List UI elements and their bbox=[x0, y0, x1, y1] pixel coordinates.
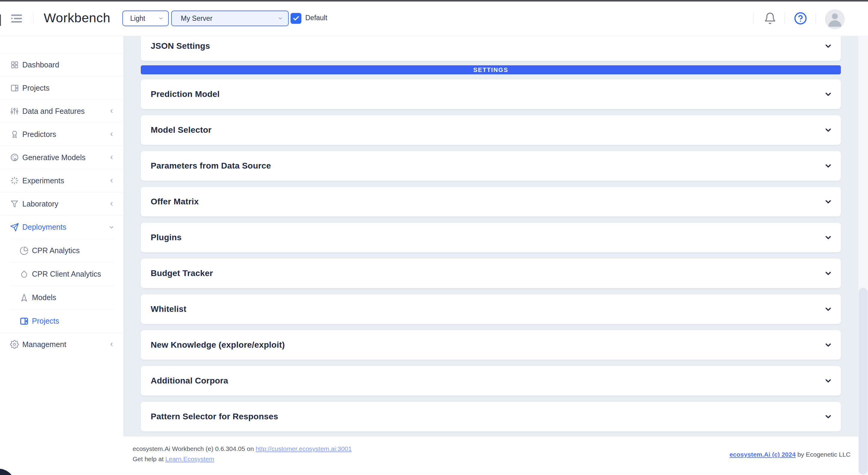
sidebar-item-label: Projects bbox=[32, 317, 59, 326]
vertical-scrollbar-track[interactable] bbox=[858, 36, 868, 475]
chevron-left-icon bbox=[108, 177, 115, 184]
section-offer-matrix[interactable]: Offer Matrix bbox=[141, 187, 841, 216]
chevron-left-icon bbox=[108, 108, 115, 114]
section-title: Prediction Model bbox=[151, 90, 220, 99]
theme-select[interactable]: Light bbox=[122, 10, 169, 26]
sidebar-item-generative-models[interactable]: Generative Models bbox=[0, 146, 123, 169]
chevron-down-icon[interactable] bbox=[824, 376, 833, 385]
person-icon bbox=[825, 9, 845, 29]
footer-version-line: ecosystem.Ai Workbench (e) 0.6.304.05 on… bbox=[133, 444, 352, 454]
section-title: JSON Settings bbox=[151, 41, 210, 51]
panel-icon bbox=[19, 316, 30, 327]
header-divider bbox=[753, 13, 753, 24]
chevron-down-icon[interactable] bbox=[824, 340, 833, 349]
server-select[interactable]: My Server bbox=[171, 10, 289, 26]
section-plugins[interactable]: Plugins bbox=[141, 223, 841, 252]
section-pattern-selector-for-responses[interactable]: Pattern Selector for Responses bbox=[141, 402, 841, 431]
loader-icon bbox=[9, 175, 20, 186]
help-button[interactable] bbox=[794, 11, 807, 25]
section-title: Offer Matrix bbox=[151, 197, 199, 206]
footer-copyright-link[interactable]: ecosystem.Ai (c) 2024 bbox=[730, 451, 795, 458]
chevron-down-icon[interactable] bbox=[824, 233, 833, 242]
chevron-down-icon[interactable] bbox=[824, 126, 833, 135]
sidebar-nav: Dashboard Projects Data and Features bbox=[0, 53, 123, 356]
section-model-selector[interactable]: Model Selector bbox=[141, 115, 841, 145]
sidebar-item-laboratory[interactable]: Laboratory bbox=[0, 192, 123, 215]
workbench-app: Workbench Light My Server Default bbox=[0, 0, 868, 475]
app-title: Workbench bbox=[44, 10, 110, 25]
sidebar-subitem-cpr-analytics[interactable]: CPR Analytics bbox=[10, 239, 114, 262]
funnel-icon bbox=[9, 198, 20, 209]
default-checkbox[interactable] bbox=[290, 13, 301, 24]
sidebar-item-data-and-features[interactable]: Data and Features bbox=[0, 100, 123, 123]
section-prediction-model[interactable]: Prediction Model bbox=[141, 79, 841, 109]
section-title: Plugins bbox=[151, 233, 182, 242]
theme-select-value: Light bbox=[130, 14, 145, 23]
header-divider bbox=[784, 13, 785, 24]
sidebar-item-label: Predictors bbox=[22, 130, 56, 139]
section-title: Pattern Selector for Responses bbox=[151, 412, 278, 421]
sidebar-subitem-projects[interactable]: Projects bbox=[10, 309, 114, 333]
footer-info: ecosystem.Ai Workbench (e) 0.6.304.05 on… bbox=[133, 444, 352, 464]
sidebar-item-label: Data and Features bbox=[22, 107, 85, 115]
section-parameters-from-data-source[interactable]: Parameters from Data Source bbox=[141, 151, 841, 181]
paper-plane-icon bbox=[9, 222, 20, 233]
chevron-left-icon bbox=[108, 341, 115, 348]
section-whitelist[interactable]: Whitelist bbox=[141, 294, 841, 324]
notifications-button[interactable] bbox=[763, 11, 777, 25]
chevron-down-icon[interactable] bbox=[824, 161, 833, 170]
sidebar-item-projects[interactable]: Projects bbox=[0, 76, 123, 100]
section-title: Parameters from Data Source bbox=[151, 161, 271, 171]
sidebar-subitem-cpr-client-analytics[interactable]: CPR Client Analytics bbox=[10, 262, 114, 286]
chevron-down-icon[interactable] bbox=[824, 41, 833, 50]
footer-server-link[interactable]: http://customer.ecosystem.ai:3001 bbox=[255, 445, 352, 452]
navigation-arrow-icon bbox=[19, 292, 30, 303]
sidebar: Dashboard Projects Data and Features bbox=[0, 36, 123, 475]
footer-help-link[interactable]: Learn.Ecosystem bbox=[165, 455, 214, 462]
settings-banner: SETTINGS bbox=[141, 65, 841, 74]
sidebar-item-label: Deployments bbox=[22, 223, 66, 232]
chevron-down-icon[interactable] bbox=[824, 90, 833, 99]
section-json-settings[interactable]: JSON Settings bbox=[141, 36, 841, 61]
sidebar-item-label: Projects bbox=[22, 84, 50, 93]
footer-help-text: Get help at bbox=[133, 455, 165, 462]
chevron-down-icon[interactable] bbox=[824, 412, 833, 421]
sidebar-subitem-models[interactable]: Models bbox=[10, 286, 114, 309]
panel-icon bbox=[9, 82, 20, 93]
sidebar-item-experiments[interactable]: Experiments bbox=[0, 169, 123, 192]
chevron-down-icon bbox=[277, 15, 283, 21]
chevron-down-icon[interactable] bbox=[824, 197, 833, 206]
hamburger-menu-icon[interactable] bbox=[11, 14, 22, 23]
sidebar-item-label: CPR Analytics bbox=[32, 246, 80, 255]
header-divider bbox=[33, 13, 33, 24]
default-checkbox-label[interactable]: Default bbox=[305, 14, 327, 22]
user-avatar[interactable] bbox=[825, 9, 845, 29]
palette-icon bbox=[9, 152, 20, 163]
section-title: Whitelist bbox=[151, 304, 186, 314]
footer-copyright-text: by Ecogenetic LLC bbox=[796, 451, 850, 458]
grid-icon bbox=[9, 59, 20, 70]
chevron-down-icon bbox=[108, 224, 115, 231]
footer-copyright: ecosystem.Ai (c) 2024 by Ecogenetic LLC bbox=[730, 451, 850, 458]
header-divider bbox=[815, 13, 816, 24]
sidebar-item-management[interactable]: Management bbox=[0, 333, 123, 356]
sidebar-item-label: Models bbox=[32, 293, 56, 302]
chevron-down-icon[interactable] bbox=[824, 269, 833, 278]
droplet-icon bbox=[19, 269, 30, 280]
section-new-knowledge[interactable]: New Knowledge (explore/exploit) bbox=[141, 330, 841, 360]
sidebar-item-predictors[interactable]: Predictors bbox=[0, 123, 123, 146]
app-header: Workbench Light My Server Default bbox=[0, 0, 868, 36]
vertical-scrollbar-thumb[interactable] bbox=[859, 288, 868, 474]
window-left-edge bbox=[0, 14, 1, 26]
sidebar-item-deployments[interactable]: Deployments bbox=[0, 215, 123, 239]
section-budget-tracker[interactable]: Budget Tracker bbox=[141, 259, 841, 288]
window-top-edge bbox=[0, 0, 868, 1]
sidebar-item-label: Dashboard bbox=[22, 61, 59, 69]
chevron-down-icon[interactable] bbox=[824, 305, 833, 314]
sidebar-item-dashboard[interactable]: Dashboard bbox=[0, 53, 123, 76]
section-title: Model Selector bbox=[151, 125, 212, 135]
section-additional-corpora[interactable]: Additional Corpora bbox=[141, 366, 841, 396]
settings-accordion-list: JSON Settings SETTINGS Prediction Model … bbox=[123, 36, 858, 437]
sidebar-item-label: Laboratory bbox=[22, 200, 59, 208]
sliders-icon bbox=[9, 106, 20, 116]
